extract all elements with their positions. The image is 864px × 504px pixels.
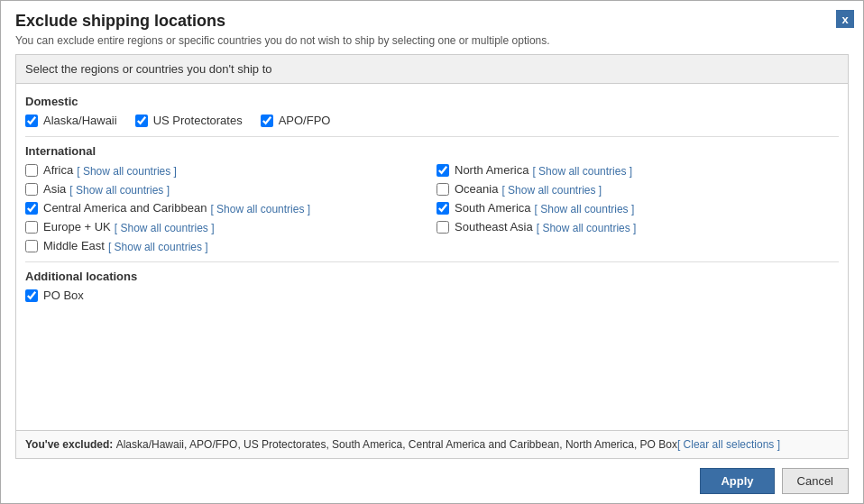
checkbox-middle-east[interactable] <box>25 240 38 252</box>
label-north-america[interactable]: North America <box>437 163 529 177</box>
southeast-asia-label: Southeast Asia <box>455 220 533 234</box>
label-asia[interactable]: Asia <box>25 182 66 196</box>
intl-option-africa: Africa [ Show all countries ] <box>25 163 427 179</box>
excluded-items: Alaska/Hawaii, APO/FPO, US Protectorates… <box>116 438 677 451</box>
checkbox-central-america[interactable] <box>25 202 38 215</box>
close-button[interactable]: x <box>836 10 854 28</box>
label-south-america[interactable]: South America <box>437 201 531 215</box>
apply-button[interactable]: Apply <box>700 468 774 494</box>
intl-option-europe-uk: Europe + UK [ Show all countries ] <box>25 220 427 235</box>
show-countries-oceania[interactable]: [ Show all countries ] <box>501 184 602 197</box>
divider-2 <box>25 261 839 262</box>
modal-footer: Apply Cancel <box>1 459 863 503</box>
domestic-usp-label: US Protectorates <box>153 114 243 127</box>
oceania-label: Oceania <box>455 182 498 196</box>
central-america-label: Central America and Caribbean <box>43 201 207 215</box>
checkbox-pobox[interactable] <box>25 289 38 302</box>
domestic-section-label: Domestic <box>25 95 839 108</box>
africa-label: Africa <box>43 163 73 177</box>
additional-option-pobox[interactable]: PO Box <box>25 289 839 302</box>
intl-option-southeast-asia: Southeast Asia [ Show all countries ] <box>437 220 839 235</box>
region-box-header: Select the regions or countries you don'… <box>16 55 848 84</box>
show-countries-asia[interactable]: [ Show all countries ] <box>69 184 170 197</box>
checkbox-asia[interactable] <box>25 183 38 196</box>
modal-title: Exclude shipping locations <box>15 12 849 31</box>
show-countries-central-america[interactable]: [ Show all countries ] <box>210 203 310 215</box>
intl-option-north-america: North America [ Show all countries ] <box>437 163 839 179</box>
label-africa[interactable]: Africa <box>25 163 73 177</box>
label-southeast-asia[interactable]: Southeast Asia <box>437 220 533 234</box>
intl-option-central-america: Central America and Caribbean [ Show all… <box>25 201 427 216</box>
show-countries-north-america[interactable]: [ Show all countries ] <box>532 165 632 178</box>
additional-section-label: Additional locations <box>25 270 839 283</box>
domestic-option-apo[interactable]: APO/FPO <box>261 114 331 127</box>
checkbox-africa[interactable] <box>25 164 38 177</box>
show-countries-southeast-asia[interactable]: [ Show all countries ] <box>537 222 637 234</box>
domestic-apo-label: APO/FPO <box>279 114 331 127</box>
checkbox-southeast-asia[interactable] <box>437 221 449 234</box>
show-countries-africa[interactable]: [ Show all countries ] <box>77 165 177 178</box>
show-countries-middle-east[interactable]: [ Show all countries ] <box>108 241 208 253</box>
intl-option-south-america: South America [ Show all countries ] <box>437 201 839 216</box>
label-middle-east[interactable]: Middle East <box>25 239 105 252</box>
international-section-label: International <box>25 144 839 158</box>
north-america-label: North America <box>455 163 529 177</box>
intl-option-middle-east: Middle East [ Show all countries ] <box>25 239 427 254</box>
checkbox-north-america[interactable] <box>437 164 449 177</box>
south-america-label: South America <box>455 201 531 215</box>
middle-east-label: Middle East <box>43 239 105 252</box>
domestic-option-usp[interactable]: US Protectorates <box>135 114 243 127</box>
label-europe-uk[interactable]: Europe + UK <box>25 220 111 234</box>
domestic-option-alaska[interactable]: Alaska/Hawaii <box>25 114 117 127</box>
modal-subtitle: You can exclude entire regions or specif… <box>15 34 849 47</box>
checkbox-usp[interactable] <box>135 115 148 127</box>
asia-label: Asia <box>43 182 66 196</box>
checkbox-apo[interactable] <box>261 115 273 127</box>
intl-option-asia: Asia [ Show all countries ] <box>25 182 427 197</box>
checkbox-south-america[interactable] <box>437 202 449 215</box>
intl-option-oceania: Oceania [ Show all countries ] <box>437 182 839 197</box>
region-box-content[interactable]: Domestic Alaska/Hawaii US Protectorates … <box>16 84 848 430</box>
cancel-button[interactable]: Cancel <box>782 468 849 494</box>
region-selection-box: Select the regions or countries you don'… <box>15 54 849 459</box>
divider-1 <box>25 136 839 137</box>
show-countries-south-america[interactable]: [ Show all countries ] <box>535 203 635 215</box>
checkbox-oceania[interactable] <box>437 183 449 196</box>
excluded-prefix: You've excluded: <box>25 438 116 451</box>
show-countries-europe-uk[interactable]: [ Show all countries ] <box>115 222 215 234</box>
modal-header: Exclude shipping locations You can exclu… <box>1 1 863 54</box>
pobox-label: PO Box <box>43 289 84 302</box>
clear-selections-link[interactable]: [ Clear all selections ] <box>677 438 780 451</box>
international-options-grid: Africa [ Show all countries ] North Amer… <box>25 163 839 254</box>
domestic-alaska-label: Alaska/Hawaii <box>43 114 117 127</box>
label-central-america[interactable]: Central America and Caribbean <box>25 201 207 215</box>
excluded-bar: You've excluded: Alaska/Hawaii, APO/FPO,… <box>16 430 848 458</box>
label-oceania[interactable]: Oceania <box>437 182 498 196</box>
europe-uk-label: Europe + UK <box>43 220 111 234</box>
checkbox-europe-uk[interactable] <box>25 221 38 234</box>
modal: Exclude shipping locations You can exclu… <box>0 0 864 504</box>
modal-body: Select the regions or countries you don'… <box>1 54 863 459</box>
checkbox-alaska[interactable] <box>25 115 38 127</box>
domestic-options-row: Alaska/Hawaii US Protectorates APO/FPO <box>25 114 839 129</box>
